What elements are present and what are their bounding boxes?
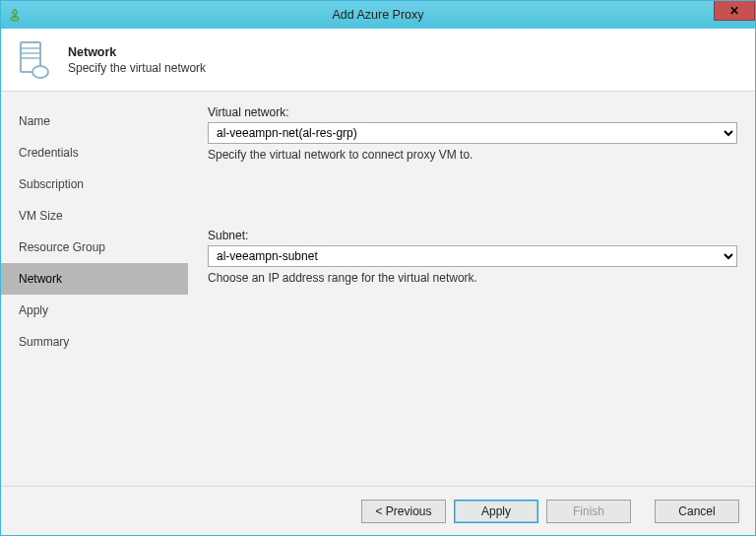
subnet-help: Choose an IP address range for the virtu… bbox=[208, 271, 737, 285]
apply-button[interactable]: Apply bbox=[454, 500, 538, 523]
titlebar: Add Azure Proxy ✕ bbox=[1, 1, 755, 29]
sidebar-item-subscription[interactable]: Subscription bbox=[1, 168, 188, 200]
wizard-footer: < Previous Apply Finish Cancel bbox=[1, 486, 755, 535]
close-button[interactable]: ✕ bbox=[714, 1, 755, 21]
wizard-main-panel: Virtual network: al-veeampn-net(al-res-g… bbox=[188, 92, 755, 486]
virtual-network-select[interactable]: al-veeampn-net(al-res-grp) bbox=[208, 122, 737, 144]
page-subtitle: Specify the virtual network bbox=[68, 61, 206, 75]
cancel-button[interactable]: Cancel bbox=[655, 500, 739, 523]
wizard-body: Name Credentials Subscription VM Size Re… bbox=[1, 92, 755, 486]
virtual-network-group: Virtual network: al-veeampn-net(al-res-g… bbox=[208, 105, 737, 162]
sidebar-item-network[interactable]: Network bbox=[1, 263, 188, 295]
sidebar-item-summary[interactable]: Summary bbox=[1, 326, 188, 358]
header-text: Network Specify the virtual network bbox=[68, 45, 206, 75]
virtual-network-label: Virtual network: bbox=[208, 105, 737, 119]
close-icon: ✕ bbox=[729, 4, 739, 18]
header-icon bbox=[13, 38, 56, 82]
sidebar-item-credentials[interactable]: Credentials bbox=[1, 137, 188, 168]
virtual-network-help: Specify the virtual network to connect p… bbox=[208, 148, 737, 162]
sidebar-item-apply[interactable]: Apply bbox=[1, 295, 188, 326]
page-title: Network bbox=[68, 45, 206, 59]
subnet-label: Subnet: bbox=[208, 229, 737, 242]
finish-button[interactable]: Finish bbox=[546, 500, 631, 523]
sidebar-item-resource-group[interactable]: Resource Group bbox=[1, 232, 188, 263]
sidebar-item-vm-size[interactable]: VM Size bbox=[1, 200, 188, 232]
window-title: Add Azure Proxy bbox=[1, 8, 755, 22]
previous-button[interactable]: < Previous bbox=[361, 500, 446, 523]
subnet-group: Subnet: al-veeampn-subnet Choose an IP a… bbox=[208, 229, 737, 285]
wizard-window: Add Azure Proxy ✕ Network Specify the vi… bbox=[0, 0, 756, 536]
sidebar-item-name[interactable]: Name bbox=[1, 105, 188, 137]
wizard-steps-sidebar: Name Credentials Subscription VM Size Re… bbox=[1, 92, 188, 486]
wizard-header: Network Specify the virtual network bbox=[1, 29, 755, 92]
subnet-select[interactable]: al-veeampn-subnet bbox=[208, 245, 737, 267]
